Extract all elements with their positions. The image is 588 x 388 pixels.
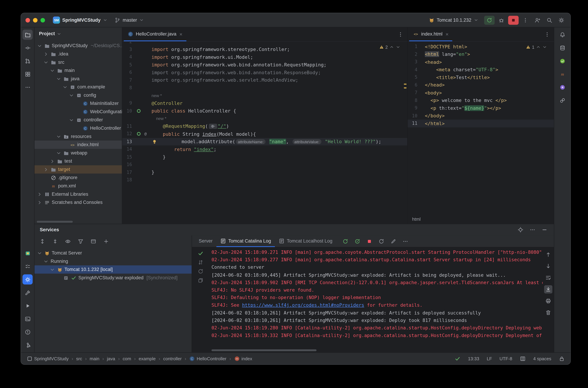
project-tree-item-test[interactable]: test	[34, 157, 122, 165]
project-tree-item-main[interactable]: main	[34, 66, 122, 75]
service-tree-item-tomcat-server[interactable]: Tomcat Server	[34, 249, 192, 257]
chevron-down-icon[interactable]	[50, 267, 55, 272]
chevron-up-icon[interactable]	[389, 45, 394, 49]
read-only-toggle[interactable]	[558, 355, 566, 362]
file-encoding[interactable]: UTF-8	[498, 355, 513, 362]
notifications-tool-button[interactable]	[557, 30, 567, 40]
line-separator[interactable]: LF	[486, 355, 493, 362]
breadcrumb-html[interactable]: html	[412, 217, 421, 222]
add-service-button[interactable]	[102, 237, 110, 246]
group-tabs-button[interactable]	[89, 237, 98, 246]
structure-tool-button[interactable]	[23, 69, 33, 79]
service-tree-item-springmvcstudy-war-exploded[interactable]: SpringMVCStudy:war exploded[Synchronized…	[34, 274, 192, 282]
maven-tool-button[interactable]: m	[557, 69, 567, 79]
chevron-down-icon[interactable]	[56, 134, 61, 139]
filter-button[interactable]	[77, 237, 85, 246]
chevron-down-icon[interactable]	[37, 43, 42, 48]
swap-vertical-icon[interactable]	[198, 259, 204, 266]
project-tree-item-java[interactable]: java	[34, 74, 122, 83]
search-everywhere-button[interactable]	[544, 16, 555, 24]
console-tab-tomcat-catalina-log[interactable]: Tomcat Catalina Log	[216, 235, 275, 247]
chevron-down-icon[interactable]	[43, 59, 49, 65]
git-tool-button[interactable]	[23, 340, 33, 350]
breadcrumb-index[interactable]: mindex	[233, 355, 253, 362]
chevron-down-icon[interactable]	[37, 250, 42, 256]
horizontal-scrollbar[interactable]	[211, 349, 316, 351]
project-tree-item-scratches-and-consoles[interactable]: Scratches and Consoles	[34, 198, 122, 207]
restart-server-button[interactable]	[341, 237, 350, 245]
console-tab-tomcat-localhost-log[interactable]: Tomcat Localhost Log	[275, 235, 336, 247]
project-tree-item-resources[interactable]: resources	[34, 132, 122, 141]
close-tab-icon[interactable]: ×	[445, 31, 449, 37]
problems-tool-button[interactable]	[23, 327, 33, 337]
project-tree-item-webconfiguration[interactable]: CWebConfiguration	[34, 107, 122, 116]
run-configuration-selector[interactable]: Tomcat 10.1.232	[426, 16, 481, 24]
project-tree-item-external-libraries[interactable]: External Libraries	[34, 190, 122, 198]
project-tree-item-pom-xml[interactable]: mpom.xml	[34, 182, 122, 190]
chevron-down-icon[interactable]	[56, 150, 61, 156]
minimize-button[interactable]	[33, 18, 37, 22]
service-tree-item-tomcat-10-1-232-local[interactable]: Tomcat 10.1.232 [local]	[34, 266, 192, 274]
breadcrumb-main[interactable]: main	[88, 355, 101, 362]
more-actions-button[interactable]	[520, 16, 531, 24]
chevron-right-icon[interactable]	[37, 191, 42, 197]
project-folder-tool-button[interactable]	[23, 30, 33, 40]
stop-button[interactable]	[365, 237, 374, 245]
project-tree-item-springmvcstudy[interactable]: SpringMVCStudy~/Desktop/CS...	[34, 42, 122, 50]
breadcrumb-hellocontroller[interactable]: CHelloController	[188, 355, 228, 362]
chevron-right-icon[interactable]	[37, 199, 42, 205]
scroll-down-button[interactable]	[544, 262, 552, 270]
chevron-down-icon[interactable]	[43, 259, 49, 264]
terminal-tool-button[interactable]	[23, 314, 33, 324]
inspections-widget[interactable]: 1	[523, 44, 549, 50]
project-selector[interactable]: SM SpringMVCStudy	[50, 15, 110, 25]
project-tree-item-idea[interactable]: .idea	[34, 50, 122, 58]
more-tools-tool-button[interactable]	[23, 82, 33, 92]
stop-button[interactable]	[508, 16, 519, 24]
project-tree-item-maininitializer[interactable]: CMainInitializer	[34, 99, 122, 108]
project-tree-item-src[interactable]: src	[34, 58, 122, 66]
branch-selector[interactable]: master	[112, 16, 147, 24]
chevron-down-icon[interactable]	[62, 84, 68, 90]
close-tab-icon[interactable]: ×	[179, 31, 182, 37]
project-tree-item-webapp[interactable]: webapp	[34, 149, 122, 157]
duplicate-icon[interactable]	[198, 277, 204, 284]
chevron-down-icon[interactable]	[69, 117, 74, 123]
project-tree-item-controller[interactable]: controller	[34, 116, 122, 124]
close-button[interactable]	[26, 18, 30, 22]
chevron-up-icon[interactable]	[536, 45, 541, 49]
services-tool-button[interactable]	[23, 274, 33, 285]
run-tool-button[interactable]	[23, 301, 33, 311]
breadcrumb-com[interactable]: com	[122, 355, 132, 362]
breadcrumb-controller[interactable]: controller	[162, 355, 183, 362]
ai-assistant-tool-button[interactable]	[557, 82, 567, 92]
project-tree-item-com-example[interactable]: com.example	[34, 83, 122, 91]
breadcrumb-springmvcstudy[interactable]: SpringMVCStudy	[26, 355, 70, 362]
indent-style[interactable]: 4 spaces	[532, 355, 552, 362]
more-button[interactable]	[528, 226, 537, 234]
chevron-down-icon[interactable]	[396, 45, 401, 49]
beans-tool-button[interactable]	[557, 95, 567, 105]
chevron-down-icon[interactable]	[50, 68, 55, 73]
breadcrumb-java[interactable]: java	[106, 355, 116, 362]
project-tree-item-target[interactable]: target	[34, 165, 122, 173]
debug-button[interactable]	[496, 16, 507, 24]
project-tree-item-hellocontroller[interactable]: CHelloController	[34, 124, 122, 132]
code-with-me-button[interactable]	[532, 16, 543, 24]
soft-wrap-button[interactable]	[544, 274, 552, 282]
console-log[interactable]: 02-Jun-2024 15:18:09.271 INFO [main] org…	[209, 247, 542, 352]
chevron-down-icon[interactable]	[69, 92, 74, 98]
breadcrumb-src[interactable]: src	[75, 355, 83, 362]
chevron-down-icon[interactable]	[542, 45, 547, 49]
expand-all-button[interactable]	[38, 237, 47, 246]
edit-configuration-button[interactable]	[389, 237, 398, 245]
project-view-selector[interactable]: Project	[34, 27, 122, 40]
database-tool-button[interactable]	[557, 43, 567, 53]
tab-hellocontroller-java[interactable]: C HelloController.java ×	[124, 27, 186, 41]
service-tree-item-running[interactable]: Running	[34, 257, 192, 266]
print-button[interactable]	[544, 297, 552, 305]
editor-options-button[interactable]	[395, 30, 406, 39]
chevron-down-icon[interactable]	[56, 76, 61, 81]
horizontal-scrollbar[interactable]	[37, 221, 73, 223]
clear-button[interactable]	[544, 308, 552, 317]
